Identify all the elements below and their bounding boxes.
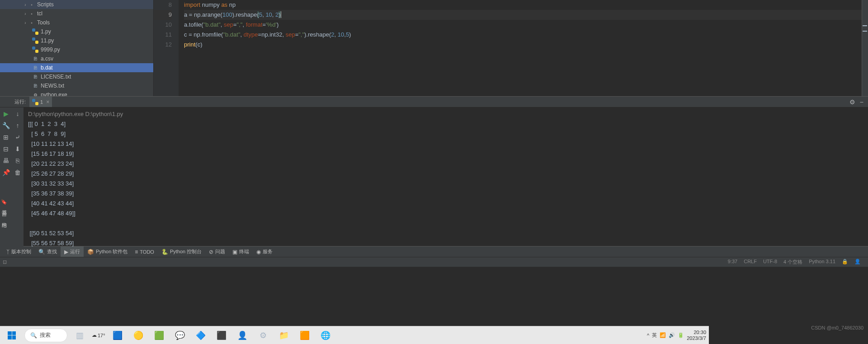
ime-indicator[interactable]: 英 <box>652 332 657 339</box>
wifi-icon[interactable]: 📶 <box>660 332 666 338</box>
play-icon[interactable]: ▶ <box>4 110 9 117</box>
taskbar-explorer[interactable]: 📁 <box>275 328 292 343</box>
run-tab-label: 1 <box>40 99 43 105</box>
weather-widget[interactable]: ☁17° <box>92 332 105 338</box>
tree-file-1py[interactable]: 1.py <box>0 27 153 36</box>
bookmark-icon: 🔖 <box>1 199 7 205</box>
python-packages-button[interactable]: 📦Python 软件包 <box>84 246 131 257</box>
chevron-right-icon: › <box>23 11 28 16</box>
structure-tab[interactable]: ▤结构 <box>1 211 8 218</box>
code-line-10[interactable]: a.tofile("b.dat", sep=",", format='%d') <box>184 20 868 30</box>
version-control-button[interactable]: ᛉ版本控制 <box>3 246 35 257</box>
taskbar-app-7[interactable]: 🟧 <box>296 328 313 343</box>
battery-icon[interactable]: 🔋 <box>678 332 684 338</box>
lock-icon[interactable]: 🔒 <box>842 259 848 265</box>
code-line-8[interactable]: import numpy as np <box>184 0 868 10</box>
tree-file-pythonexe[interactable]: ⚙python.exe <box>0 90 153 96</box>
export-icon[interactable]: ⎘ <box>16 157 19 164</box>
settings-icon[interactable]: ⊟ <box>3 145 9 153</box>
task-view-icon[interactable]: ▥ <box>71 328 88 343</box>
taskbar-app-3[interactable]: 🔷 <box>192 328 209 343</box>
close-icon[interactable]: × <box>46 99 49 105</box>
tree-folder-tools[interactable]: ›▪Tools <box>0 18 153 27</box>
taskbar-app-2[interactable]: 🟡 <box>130 328 147 343</box>
run-tab[interactable]: 1 × <box>29 97 52 107</box>
tree-file-news[interactable]: 🖹NEWS.txt <box>0 81 153 90</box>
start-button[interactable] <box>3 328 21 343</box>
encoding[interactable]: UTF-8 <box>763 259 777 265</box>
taskbar-app-4[interactable]: ⬛ <box>213 328 230 343</box>
tree-folder-scripts[interactable]: ›▪Scripts <box>0 0 153 9</box>
taskbar-search[interactable]: 🔍搜索 <box>24 329 67 342</box>
run-panel-header: 运行: 1 × ⚙ − <box>0 97 868 107</box>
services-button[interactable]: ◉服务 <box>253 246 276 257</box>
folder-icon: ▪ <box>28 1 35 8</box>
code-line-11[interactable]: c = np.fromfile("b.dat", dtype=np.int32,… <box>184 30 868 40</box>
editor-marker-bar[interactable] <box>862 0 868 96</box>
problems-button[interactable]: ⊘问题 <box>205 246 229 257</box>
minimize-icon[interactable]: − <box>860 98 863 106</box>
tree-file-bdat[interactable]: 🖹b.dat <box>0 63 153 72</box>
status-window-icon[interactable]: ⊡ <box>3 259 7 265</box>
cursor-position[interactable]: 9:37 <box>728 259 737 265</box>
run-button[interactable]: ▶运行 <box>61 246 84 257</box>
python-interpreter[interactable]: Python 3.11 <box>809 259 835 265</box>
find-button[interactable]: 🔍查找 <box>35 246 61 257</box>
terminal-button[interactable]: ▣终端 <box>229 246 253 257</box>
pin-icon[interactable]: 📌 <box>2 169 10 176</box>
run-output[interactable]: D:\python\python.exe D:\python\1.py [[[ … <box>24 107 868 246</box>
layout-icon[interactable]: ⊞ <box>3 134 9 141</box>
wrench-icon[interactable]: 🔧 <box>2 122 10 129</box>
tree-folder-tcl[interactable]: ›▪tcl <box>0 9 153 18</box>
windows-taskbar: 🔍搜索 ▥ ☁17° 🟦 🟡 🟩 💬 🔷 ⬛ 👤 ⚙ 📁 🟧 🌐 ^ 英 📶 🔊… <box>0 326 709 344</box>
search-icon: 🔍 <box>30 332 37 339</box>
volume-icon[interactable]: 🔊 <box>669 332 675 338</box>
tree-file-9999py[interactable]: 9999.py <box>0 45 153 54</box>
python-file-icon <box>32 37 39 44</box>
chevron-right-icon: › <box>23 20 28 25</box>
line-number: 11 <box>154 30 172 40</box>
bookmark-tab[interactable]: 🔖书签 <box>1 199 8 206</box>
tree-label: a.csv <box>41 56 53 62</box>
down-icon[interactable]: ↓ <box>16 110 19 117</box>
gear-icon[interactable]: ⚙ <box>849 98 855 106</box>
code-content[interactable]: import numpy as np a = np.arange(100).re… <box>179 0 868 96</box>
taskbar-wechat[interactable]: 💬 <box>171 328 189 343</box>
line-number: 9 <box>154 10 172 20</box>
line-number-gutter: 8 9 10 11 12 <box>154 0 179 96</box>
taskbar-pycharm[interactable]: 🟩 <box>151 328 168 343</box>
line-number: 12 <box>154 40 172 50</box>
todo-button[interactable]: ≡TODO <box>131 246 158 257</box>
print-icon[interactable]: 🖶 <box>3 157 9 164</box>
indent-setting[interactable]: 4 个空格 <box>783 259 802 265</box>
up-icon[interactable]: ↑ <box>16 122 19 129</box>
watermark: CSDN @m0_74862030 <box>811 325 863 330</box>
taskbar-app-6[interactable]: ⚙ <box>255 328 272 343</box>
clock[interactable]: 20:30 2023/3/7 <box>687 330 706 340</box>
taskbar-edge[interactable]: 🌐 <box>317 328 334 343</box>
taskbar-app-1[interactable]: 🟦 <box>109 328 126 343</box>
problems-icon: ⊘ <box>209 249 213 255</box>
wrap-icon[interactable]: ⤶ <box>15 134 20 141</box>
line-ending[interactable]: CRLF <box>744 259 757 265</box>
code-line-12[interactable]: print(c) <box>184 40 868 50</box>
project-file-tree[interactable]: ›▪Scripts ›▪tcl ›▪Tools 1.py 11.py 9999.… <box>0 0 154 96</box>
code-line-9[interactable]: a = np.arange(100).reshape(5, 10, 2) <box>184 10 868 20</box>
package-icon: 📦 <box>87 249 94 255</box>
tree-file-license[interactable]: 🖹LICENSE.txt <box>0 72 153 81</box>
tree-file-acsv[interactable]: 🖹a.csv <box>0 54 153 63</box>
chevron-up-icon[interactable]: ^ <box>647 333 649 338</box>
scroll-icon[interactable]: ⬇ <box>15 145 20 153</box>
taskbar-app-5[interactable]: 👤 <box>234 328 251 343</box>
code-editor[interactable]: 8 9 10 11 12 import numpy as np a = np.a… <box>154 0 868 96</box>
python-console-button[interactable]: 🐍Python 控制台 <box>158 246 205 257</box>
tree-label: tcl <box>37 10 42 17</box>
user-icon[interactable]: 👤 <box>854 259 861 265</box>
tree-label: Scripts <box>37 1 54 8</box>
delete-icon[interactable]: 🗑 <box>14 169 21 176</box>
run-panel: 运行: 1 × ⚙ − ▶ 🔧 ⊞ ⊟ 🖶 📌 ↓ ↑ ⤶ ⬇ <box>0 96 868 246</box>
search-placeholder: 搜索 <box>40 331 51 339</box>
tree-label: b.dat <box>41 65 53 71</box>
tree-file-11py[interactable]: 11.py <box>0 36 153 45</box>
file-icon: 🖹 <box>32 64 39 71</box>
